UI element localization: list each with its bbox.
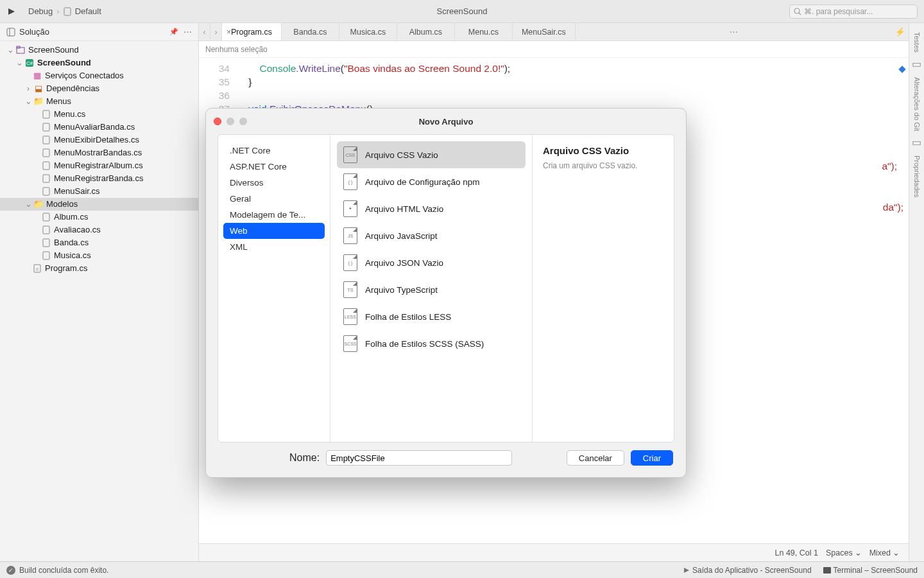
svg-rect-14	[43, 175, 49, 182]
svg-rect-10	[43, 123, 49, 131]
file-type-icon: CSS	[343, 146, 357, 163]
editor-tab[interactable]: Menu.cs	[455, 23, 513, 40]
search-placeholder: ⌘. para pesquisar...	[804, 7, 873, 16]
tree-file[interactable]: Banda.cs	[0, 236, 198, 249]
category-list: .NET CoreASP.NET CoreDiversosGeralModela…	[218, 135, 330, 442]
tree-project[interactable]: ⌄C#ScreenSound	[0, 57, 198, 69]
nav-forward-icon[interactable]: ›	[210, 23, 222, 40]
editor-tab[interactable]: Musica.cs	[339, 23, 397, 40]
chevron-right-icon[interactable]: ›	[24, 82, 32, 95]
tree-file-program[interactable]: {}Program.cs	[0, 262, 198, 275]
close-icon[interactable]	[214, 118, 221, 125]
csfile-icon	[41, 148, 51, 158]
template-item[interactable]: CSSArquivo CSS Vazio	[337, 141, 526, 168]
dependencies-icon: ⬓	[33, 83, 44, 94]
cancel-button[interactable]: Cancelar	[567, 450, 624, 466]
tree-file[interactable]: Album.cs	[0, 211, 198, 223]
run-icon[interactable]	[6, 6, 17, 17]
svg-rect-18	[43, 239, 49, 247]
template-item[interactable]: TSArquivo TypeScript	[337, 276, 526, 303]
svg-rect-9	[43, 110, 49, 118]
encoding-mode[interactable]: Mixed ⌄	[869, 548, 900, 557]
nav-back-icon[interactable]: ‹	[199, 23, 210, 40]
tree-folder-modelos[interactable]: ⌄📁Modelos	[0, 198, 198, 211]
editor-tab[interactable]: Banda.cs	[282, 23, 339, 40]
chevron-right-icon: ›	[56, 6, 59, 16]
bolt-icon[interactable]: ⚡	[892, 23, 909, 40]
indent-mode[interactable]: Spaces ⌄	[826, 548, 862, 557]
editor-tab[interactable]: Program.cs	[222, 23, 282, 40]
rail-icon: ▭	[912, 58, 922, 68]
chevron-down-icon[interactable]: ⌄	[24, 95, 32, 108]
csfile-icon	[41, 250, 51, 261]
template-item[interactable]: { }Arquivo JSON Vazio	[337, 249, 526, 276]
category-item[interactable]: Diversos	[223, 175, 325, 191]
chevron-down-icon[interactable]: ⌄	[6, 44, 14, 57]
more-icon[interactable]: ⋯	[184, 27, 192, 37]
rail-properties[interactable]: Propriedades	[913, 155, 921, 197]
category-item[interactable]: ASP.NET Core	[223, 159, 325, 175]
csfile-icon	[41, 109, 51, 119]
tree-file[interactable]: Musica.cs	[0, 249, 198, 262]
panel-app-output[interactable]: Saída do Aplicativo - ScreenSound	[683, 566, 811, 575]
zoom-icon	[239, 118, 247, 125]
tree-file[interactable]: Menu.cs	[0, 108, 198, 121]
template-item[interactable]: JSArquivo JavaScript	[337, 222, 526, 249]
csfile-icon	[41, 225, 51, 235]
pin-icon[interactable]: 📌	[169, 28, 178, 36]
tree-dependencies[interactable]: ›⬓Dependências	[0, 82, 198, 95]
panel-terminal[interactable]: Terminal – ScreenSound	[823, 566, 918, 575]
solution-tree: ⌄ScreenSound ⌄C#ScreenSound ▦Serviços Co…	[0, 41, 198, 277]
editor-statusbar: Ln 49, Col 1 Spaces ⌄ Mixed ⌄	[199, 543, 909, 561]
rail-git[interactable]: Alterações do Git	[913, 77, 921, 131]
tree-file[interactable]: MenuRegistrarAlbum.cs	[0, 159, 198, 172]
tree-file[interactable]: MenuRegistrarBanda.cs	[0, 172, 198, 185]
tree-file[interactable]: MenuAvaliarBanda.cs	[0, 121, 198, 134]
editor-breadcrumb[interactable]: Nenhuma seleção	[199, 41, 909, 58]
cursor-position[interactable]: Ln 49, Col 1	[775, 548, 818, 557]
tree-connected-services[interactable]: ▦Serviços Conectados	[0, 69, 198, 82]
tree-file[interactable]: MenuMostrarBandas.cs	[0, 146, 198, 159]
run-target-breadcrumb[interactable]: Debug › Default	[28, 6, 101, 16]
svg-rect-3	[7, 28, 15, 36]
tree-file[interactable]: MenuSair.cs	[0, 185, 198, 198]
category-item[interactable]: Modelagem de Te...	[223, 207, 325, 223]
chevron-down-icon[interactable]: ⌄	[15, 57, 23, 69]
category-item[interactable]: XML	[223, 239, 325, 255]
svg-rect-16	[43, 213, 49, 221]
template-desc-body: Cria um arquivo CSS vazio.	[543, 161, 663, 170]
file-type-icon: SCSS	[343, 335, 357, 352]
svg-point-1	[794, 8, 800, 13]
chevron-down-icon[interactable]: ⌄	[24, 198, 32, 211]
svg-rect-22	[823, 567, 831, 574]
svg-rect-13	[43, 162, 49, 170]
template-item[interactable]: LESSFolha de Estilos LESS	[337, 303, 526, 330]
csfile-icon	[41, 238, 51, 248]
tree-file[interactable]: MenuExibirDetalhes.cs	[0, 134, 198, 146]
rail-tests[interactable]: Testes	[913, 32, 921, 53]
tree-solution[interactable]: ⌄ScreenSound	[0, 44, 198, 57]
editor-tab[interactable]: Album.cs	[397, 23, 455, 40]
template-item[interactable]: { }Arquivo de Configuração npm	[337, 168, 526, 195]
more-tabs-icon[interactable]: ⋯	[725, 23, 742, 40]
category-item[interactable]: .NET Core	[223, 143, 325, 159]
check-icon: ✓	[6, 566, 15, 575]
template-item[interactable]: ✦Arquivo HTML Vazio	[337, 195, 526, 222]
editor-tab[interactable]: MenuSair.cs	[513, 23, 576, 40]
category-item[interactable]: Web	[223, 223, 325, 239]
search-input[interactable]: ⌘. para pesquisar...	[789, 4, 918, 19]
file-name-input[interactable]	[326, 450, 512, 466]
template-item[interactable]: SCSSFolha de Estilos SCSS (SASS)	[337, 330, 526, 357]
template-list: CSSArquivo CSS Vazio{ }Arquivo de Config…	[330, 135, 533, 442]
svg-rect-12	[43, 149, 49, 157]
create-button[interactable]: Criar	[631, 450, 673, 466]
tree-file[interactable]: Avaliacao.cs	[0, 223, 198, 236]
csproj-icon: C#	[24, 58, 35, 68]
template-desc-title: Arquivo CSS Vazio	[543, 145, 663, 156]
svg-rect-17	[43, 226, 49, 234]
category-item[interactable]: Geral	[223, 191, 325, 207]
toolbar: Debug › Default ScreenSound ⌘. para pesq…	[0, 0, 924, 23]
chevron-down-icon: ⌄	[893, 548, 900, 557]
tree-folder-menus[interactable]: ⌄📁Menus	[0, 95, 198, 108]
file-type-icon: JS	[343, 227, 357, 244]
